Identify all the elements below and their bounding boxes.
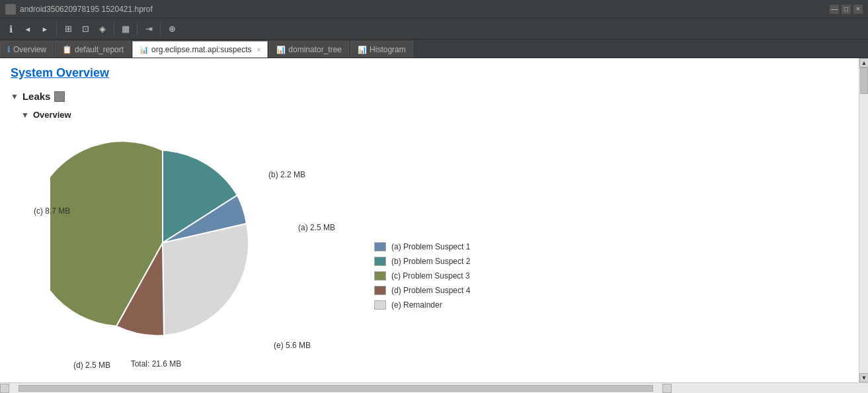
v-scroll-thumb[interactable] — [860, 67, 868, 94]
pie-label-b: (b) 2.2 MB — [268, 170, 305, 179]
title-bar-text: android350620978195 1520421.hprof — [20, 5, 830, 14]
v-scroll-down-btn[interactable]: ▼ — [859, 373, 868, 382]
leaks-collapse-arrow[interactable]: ▼ — [11, 92, 19, 101]
legend-label-e: (e) Remainder — [391, 300, 442, 310]
h-scroll-right-btn[interactable]: ► — [662, 384, 672, 393]
leaks-label: Leaks — [22, 91, 51, 102]
close-btn[interactable]: × — [853, 5, 863, 14]
toolbar: ℹ ◄ ► ⊞ ⊡ ◈ ▦ ⇥ ⊕ — [0, 19, 868, 40]
leaks-section-header: ▼ Leaks — [11, 91, 857, 102]
tab-bar: ℹ Overview 📋 default_report 📊 org.eclips… — [0, 40, 868, 58]
legend-color-d — [374, 286, 386, 295]
title-bar: android350620978195 1520421.hprof — □ × — [0, 0, 868, 19]
v-scroll-track — [859, 67, 868, 373]
pie-chart-container: (b) 2.2 MB (a) 2.5 MB (e) 5.6 MB (d) 2.5… — [30, 130, 282, 355]
tab-overview-icon: ℹ — [7, 45, 11, 54]
tab-histogram[interactable]: 📊 Histogram — [350, 41, 413, 58]
content-inner: System Overview ▼ Leaks ▼ Overview — [0, 58, 868, 363]
legend-color-e — [374, 300, 386, 310]
maximize-btn[interactable]: □ — [842, 5, 851, 14]
legend-color-b — [374, 257, 386, 266]
legend-item-b: (b) Problem Suspect 2 — [374, 257, 470, 266]
query-btn[interactable]: ⊡ — [77, 21, 93, 37]
zoom-btn[interactable]: ⊕ — [164, 21, 180, 37]
pie-chart-svg — [50, 137, 275, 349]
tab-overview-label: Overview — [13, 45, 46, 54]
find-btn[interactable]: ◈ — [95, 21, 110, 37]
sep2 — [114, 22, 114, 36]
tab-overview[interactable]: ℹ Overview — [0, 41, 54, 58]
pie-label-c: (c) 8.7 MB — [34, 206, 70, 216]
tab-dominator-icon: 📊 — [276, 46, 286, 54]
v-scroll-up-btn[interactable]: ▲ — [859, 58, 868, 67]
tab-dominator-label: dominator_tree — [288, 45, 342, 54]
chart-legend: (a) Problem Suspect 1 (b) Problem Suspec… — [374, 242, 470, 310]
sep3 — [137, 22, 138, 36]
pie-label-a: (a) 2.5 MB — [298, 223, 335, 232]
legend-label-d: (d) Problem Suspect 4 — [391, 286, 470, 295]
h-scroll-thumb[interactable] — [19, 385, 653, 392]
legend-label-c: (c) Problem Suspect 3 — [391, 271, 470, 281]
chart-total-label: Total: 21.6 MB — [30, 359, 282, 369]
export-btn[interactable]: ⇥ — [141, 21, 157, 37]
tab-default-report-icon: 📋 — [62, 45, 72, 54]
pie-label-e: (e) 5.6 MB — [274, 341, 311, 350]
legend-item-c: (c) Problem Suspect 3 — [374, 271, 470, 281]
table-btn[interactable]: ▦ — [118, 21, 134, 37]
main-content: System Overview ▼ Leaks ▼ Overview — [0, 58, 868, 382]
chart-area: (b) 2.2 MB (a) 2.5 MB (e) 5.6 MB (d) 2.5… — [30, 130, 857, 355]
legend-label-b: (b) Problem Suspect 2 — [391, 257, 470, 266]
minimize-btn[interactable]: — — [830, 5, 839, 14]
h-scrollbar: ◄ ► — [0, 382, 868, 393]
overview-section-header: ▼ Overview — [21, 110, 857, 120]
tab-histogram-label: Histogram — [370, 45, 406, 54]
page-title[interactable]: System Overview — [11, 66, 857, 80]
tab-suspects[interactable]: 📊 org.eclipse.mat.api:suspects × — [132, 41, 268, 58]
back-toolbar-btn[interactable]: ◄ — [20, 21, 36, 37]
legend-color-a — [374, 242, 386, 251]
tab-default-report-label: default_report — [75, 45, 124, 54]
tab-default-report[interactable]: 📋 default_report — [55, 41, 131, 58]
tab-suspects-close[interactable]: × — [256, 46, 260, 54]
overview-label: Overview — [33, 110, 71, 120]
tab-suspects-icon: 📊 — [139, 46, 149, 54]
tab-suspects-label: org.eclipse.mat.api:suspects — [151, 45, 251, 54]
legend-label-a: (a) Problem Suspect 1 — [391, 242, 470, 251]
info-toolbar-btn[interactable]: ℹ — [3, 21, 19, 37]
sep4 — [160, 22, 161, 36]
app-icon — [5, 4, 16, 15]
h-scroll-left-btn[interactable]: ◄ — [0, 384, 9, 393]
forward-toolbar-btn[interactable]: ► — [37, 21, 53, 37]
overview-collapse-arrow[interactable]: ▼ — [21, 110, 29, 120]
tab-histogram-icon: 📊 — [358, 46, 367, 54]
heap-dump-btn[interactable]: ⊞ — [60, 21, 76, 37]
title-bar-controls: — □ × — [830, 5, 863, 14]
v-scrollbar: ▲ ▼ — [859, 58, 868, 382]
sep1 — [56, 22, 57, 36]
legend-item-d: (d) Problem Suspect 4 — [374, 286, 470, 295]
legend-item-e: (e) Remainder — [374, 300, 470, 310]
legend-color-c — [374, 271, 386, 281]
leaks-icon — [54, 91, 65, 102]
tab-dominator-tree[interactable]: 📊 dominator_tree — [269, 41, 349, 58]
legend-item-a: (a) Problem Suspect 1 — [374, 242, 470, 251]
